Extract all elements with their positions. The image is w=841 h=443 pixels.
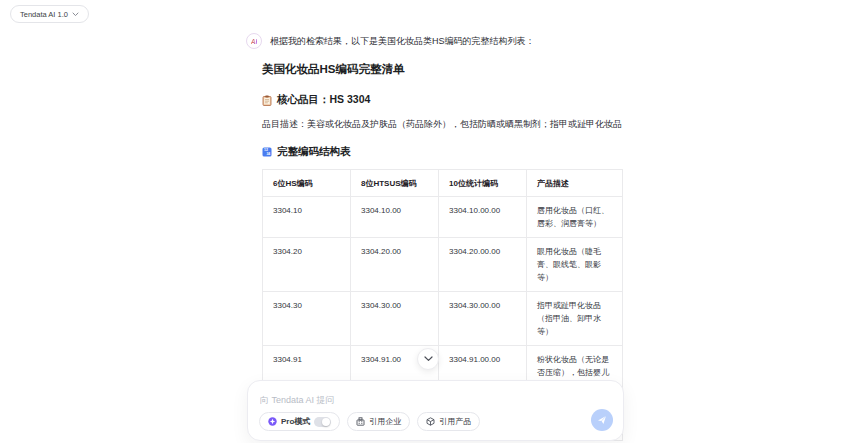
cell: 3304.30.00.00 [439, 292, 527, 346]
chevron-down-icon [424, 356, 433, 362]
cite-company-button[interactable]: 引用企业 [347, 412, 410, 431]
cite-product-label: 引用产品 [439, 416, 471, 427]
sparkle-badge-icon [268, 417, 277, 426]
cell: 眼用化妆品（睫毛膏、眼线笔、眼影等） [527, 238, 623, 292]
cell: 唇用化妆品（口红、唇彩、润唇膏等） [527, 197, 623, 238]
ai-avatar: AI [246, 33, 262, 49]
table-row: 3304.20 3304.20.00 3304.20.00.00 眼用化妆品（睫… [263, 238, 623, 292]
cell: 3304.10.00.00 [439, 197, 527, 238]
section-core-title: 核心品目：HS 3304 [277, 93, 370, 107]
chat-input[interactable] [260, 395, 540, 405]
cell: 3304.10.00 [351, 197, 439, 238]
pro-mode-button[interactable]: Pro模式 [259, 412, 340, 431]
svg-text:34: 34 [266, 152, 270, 156]
table-row: 3304.10 3304.10.00 3304.10.00.00 唇用化妆品（口… [263, 197, 623, 238]
section-table-heading: 12 34 完整编码结构表 [262, 145, 624, 159]
pro-mode-label: Pro模式 [281, 416, 310, 427]
cell: 3304.10 [263, 197, 351, 238]
cell: 3304.30 [263, 292, 351, 346]
col-header-stat10: 10位统计编码 [439, 170, 527, 197]
model-selector[interactable]: Tendata AI 1.0 [10, 5, 89, 23]
composer: Pro模式 引用企业 [247, 380, 624, 441]
cell: 3304.20 [263, 238, 351, 292]
chevron-down-icon [72, 12, 79, 17]
paper-plane-icon [597, 415, 607, 425]
col-header-htsus8: 8位HTSUS编码 [351, 170, 439, 197]
collapse-button[interactable] [417, 348, 439, 370]
ai-avatar-label: AI [251, 38, 258, 45]
send-button[interactable] [591, 409, 613, 431]
table-header-row: 6位HS编码 8位HTSUS编码 10位统计编码 产品描述 [263, 170, 623, 197]
cube-icon [426, 417, 435, 426]
chat-page: Tendata AI 1.0 AI 根据我的检索结果，以下是美国化妆品类HS编码… [0, 0, 841, 443]
section-core-heading: 核心品目：HS 3304 [262, 93, 624, 107]
pro-mode-toggle[interactable] [314, 417, 331, 427]
table-row: 3304.30 3304.30.00 3304.30.00.00 指甲或趾甲化妆… [263, 292, 623, 346]
input-numbers-icon: 12 34 [262, 147, 272, 157]
clipboard-icon [262, 95, 272, 106]
cell: 3304.20.00.00 [439, 238, 527, 292]
composer-tools: Pro模式 引用企业 [259, 412, 480, 431]
cite-company-label: 引用企业 [369, 416, 401, 427]
section-core-description: 品目描述：美容或化妆品及护肤品（药品除外），包括防晒或晒黑制剂；指甲或趾甲化妆品 [262, 117, 624, 131]
message-intro: 根据我的检索结果，以下是美国化妆品类HS编码的完整结构列表： [270, 33, 535, 49]
building-icon [356, 417, 365, 426]
col-header-description: 产品描述 [527, 170, 623, 197]
document-title: 美国化妆品HS编码完整清单 [262, 62, 624, 77]
col-header-hs6: 6位HS编码 [263, 170, 351, 197]
cite-product-button[interactable]: 引用产品 [417, 412, 480, 431]
section-table-title: 完整编码结构表 [277, 145, 351, 159]
cell: 3304.30.00 [351, 292, 439, 346]
cell: 指甲或趾甲化妆品（指甲油、卸甲水等） [527, 292, 623, 346]
cell: 3304.20.00 [351, 238, 439, 292]
model-selector-label: Tendata AI 1.0 [20, 10, 68, 19]
